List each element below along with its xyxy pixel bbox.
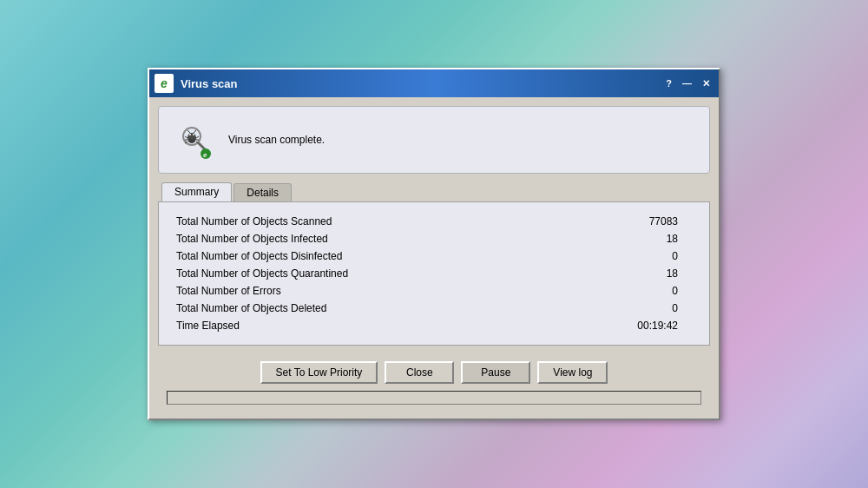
close-button[interactable]: ✕ — [699, 78, 713, 89]
stat-value: 00:19:42 — [562, 317, 695, 334]
table-row: Total Number of Objects Infected18 — [173, 230, 695, 247]
stat-value: 0 — [562, 300, 695, 317]
stat-label: Time Elapsed — [173, 317, 562, 334]
table-row: Total Number of Errors0 — [173, 282, 695, 300]
table-row: Total Number of Objects Deleted0 — [173, 300, 695, 317]
minimize-button[interactable]: — — [679, 78, 695, 89]
stat-label: Total Number of Objects Deleted — [173, 300, 562, 317]
scan-complete-message: Virus scan complete. — [228, 134, 325, 146]
stat-value: 0 — [562, 282, 695, 300]
stats-table: Total Number of Objects Scanned77083Tota… — [173, 213, 695, 334]
stat-label: Total Number of Objects Scanned — [173, 213, 562, 230]
stat-label: Total Number of Errors — [173, 282, 562, 300]
close-button-main[interactable]: Close — [385, 361, 454, 384]
main-window: e Virus scan ? — ✕ — [148, 68, 720, 420]
tabs-area: Summary Details Total Number of Objects … — [158, 182, 710, 346]
virus-icon: e — [176, 121, 214, 159]
app-logo: e — [155, 74, 174, 93]
svg-point-4 — [189, 134, 191, 135]
stat-value: 18 — [562, 230, 695, 247]
button-bar: Set To Low Priority Close Pause View log — [158, 354, 710, 391]
stat-label: Total Number of Objects Quarantined — [173, 265, 562, 282]
stat-value: 0 — [562, 247, 695, 265]
stat-value: 77083 — [562, 213, 695, 230]
svg-point-5 — [193, 134, 194, 135]
tab-details[interactable]: Details — [233, 183, 292, 201]
table-row: Total Number of Objects Scanned77083 — [173, 213, 695, 230]
window-content: e Virus scan complete. Summary Details T… — [149, 97, 719, 419]
stat-label: Total Number of Objects Disinfected — [173, 247, 562, 265]
table-row: Time Elapsed00:19:42 — [173, 317, 695, 334]
table-row: Total Number of Objects Quarantined18 — [173, 265, 695, 282]
title-bar: e Virus scan ? — ✕ — [149, 69, 719, 97]
svg-point-3 — [188, 133, 195, 140]
view-log-button[interactable]: View log — [537, 361, 608, 384]
set-low-priority-button[interactable]: Set To Low Priority — [260, 361, 378, 384]
tab-content-summary: Total Number of Objects Scanned77083Tota… — [158, 201, 710, 346]
stat-label: Total Number of Objects Infected — [173, 230, 562, 247]
tab-bar: Summary Details — [158, 182, 710, 201]
svg-text:e: e — [203, 151, 207, 159]
status-bar — [167, 391, 701, 405]
stat-value: 18 — [562, 265, 695, 282]
window-controls: ? — ✕ — [662, 78, 713, 89]
logo-letter: e — [161, 76, 168, 90]
tab-summary[interactable]: Summary — [161, 182, 232, 201]
table-row: Total Number of Objects Disinfected0 — [173, 247, 695, 265]
title-bar-left: e Virus scan — [155, 74, 238, 93]
pause-button[interactable]: Pause — [461, 361, 530, 384]
help-button[interactable]: ? — [662, 78, 675, 89]
scan-status-panel: e Virus scan complete. — [158, 106, 710, 174]
window-title: Virus scan — [181, 77, 238, 90]
